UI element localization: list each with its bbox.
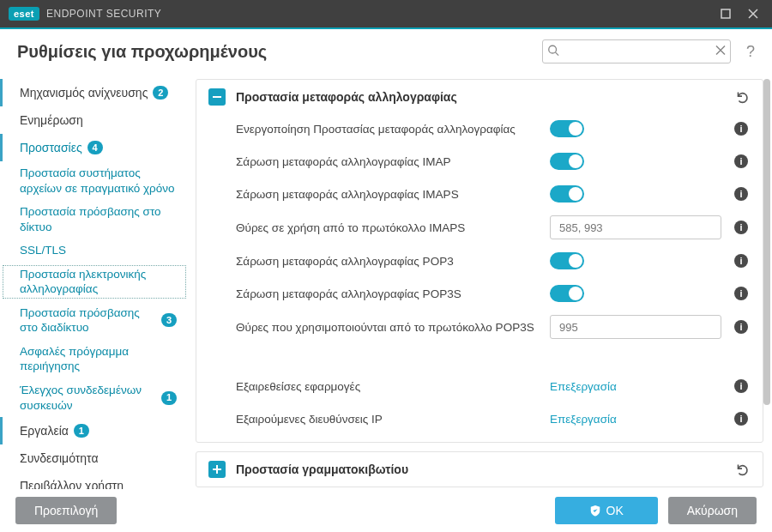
link-row-0: Εξαιρεθείσες εφαρμογέςΕπεξεργασίαi [236, 375, 751, 397]
sidebar-item-7[interactable]: Προστασία πρόσβασης στο διαδίκτυο3 [0, 301, 189, 340]
sidebar-item-label: Προστασία πρόσβασης στο διαδίκτυο [20, 305, 156, 336]
port-input[interactable] [550, 315, 721, 339]
info-icon[interactable]: i [734, 287, 748, 300]
link-row-label: Εξαιρεθείσες εφαρμογές [236, 380, 541, 393]
setting-label: Σάρωση μεταφοράς αλληλογραφίας POP3 [236, 255, 541, 268]
window-close-button[interactable] [739, 3, 767, 24]
sidebar-item-label: Εργαλεία [20, 424, 69, 438]
sidebar-item-12[interactable]: Περιβάλλον χρήστη [0, 472, 189, 489]
sidebar-item-8[interactable]: Ασφαλές πρόγραμμα περιήγησης [0, 340, 189, 378]
svg-rect-2 [213, 96, 221, 98]
setting-label: Θύρες που χρησιμοποιούνται από το πρωτόκ… [236, 321, 541, 334]
sidebar-item-5[interactable]: SSL/TLS [0, 239, 189, 263]
sidebar-item-4[interactable]: Προστασία πρόσβασης στο δίκτυο [0, 200, 189, 239]
search-input[interactable] [542, 39, 731, 63]
sidebar-item-10[interactable]: Εργαλεία1 [0, 417, 189, 444]
setting-row-3: Θύρες σε χρήση από το πρωτόκολλο IMAPSi [236, 215, 751, 239]
cancel-button[interactable]: Ακύρωση [668, 497, 757, 524]
search-clear-icon[interactable] [715, 45, 726, 58]
setting-label: Σάρωση μεταφοράς αλληλογραφίας POP3S [236, 287, 541, 300]
brand: eset ENDPOINT SECURITY [9, 7, 161, 21]
info-icon[interactable]: i [734, 379, 748, 393]
info-icon[interactable]: i [734, 221, 748, 234]
undo-icon[interactable] [733, 461, 751, 478]
window-maximize-button[interactable] [712, 3, 739, 24]
sidebar-item-label: Ενημέρωση [20, 113, 83, 127]
link-row-label: Εξαιρούμενες διευθύνσεις IP [236, 413, 541, 426]
shield-icon [589, 505, 601, 517]
sidebar-item-label: Έλεγχος συνδεδεμένων συσκευών [20, 383, 156, 413]
sidebar-item-11[interactable]: Συνδεσιμότητα [0, 444, 189, 472]
panel-title: Προστασία μεταφοράς αλληλογραφίας [236, 90, 723, 104]
edit-link[interactable]: Επεξεργασία [550, 413, 617, 426]
sidebar-item-label: Προστασία ηλεκτρονικής αλληλογραφίας [20, 267, 177, 297]
toggle-switch[interactable] [550, 120, 584, 137]
count-badge: 1 [74, 424, 89, 438]
collapse-button[interactable] [208, 88, 226, 106]
count-badge: 2 [153, 86, 168, 100]
expand-button[interactable] [208, 461, 226, 478]
ok-button-label: OK [606, 504, 624, 517]
title-bar: eset ENDPOINT SECURITY [0, 0, 772, 27]
info-icon[interactable]: i [734, 320, 748, 334]
sidebar-item-label: SSL/TLS [20, 243, 66, 258]
header: Ρυθμίσεις για προχωρημένους ? [0, 29, 772, 74]
sidebar-item-label: Προστασία συστήματος αρχείων σε πραγματι… [20, 166, 177, 196]
ok-button[interactable]: OK [555, 497, 658, 524]
sidebar: Μηχανισμός ανίχνευσης2ΕνημέρωσηΠροστασίε… [0, 74, 189, 489]
count-badge: 4 [87, 141, 103, 154]
toggle-switch[interactable] [550, 252, 584, 269]
sidebar-item-3[interactable]: Προστασία συστήματος αρχείων σε πραγματι… [0, 161, 189, 200]
info-icon[interactable]: i [734, 154, 748, 168]
sidebar-item-label: Ασφαλές πρόγραμμα περιήγησης [20, 344, 177, 374]
toggle-switch[interactable] [550, 185, 584, 203]
setting-row-2: Σάρωση μεταφοράς αλληλογραφίας IMAPSi [236, 183, 751, 205]
setting-row-1: Σάρωση μεταφοράς αλληλογραφίας IMAPi [236, 150, 751, 172]
setting-label: Ενεργοποίηση Προστασίας μεταφοράς αλληλο… [236, 123, 541, 136]
sidebar-item-label: Συνδεσιμότητα [20, 451, 99, 465]
link-row-1: Εξαιρούμενες διευθύνσεις IPΕπεξεργασίαi [236, 408, 751, 430]
brand-name: ENDPOINT SECURITY [46, 8, 161, 20]
count-badge: 3 [161, 313, 177, 327]
setting-row-0: Ενεργοποίηση Προστασίας μεταφοράς αλληλο… [236, 118, 751, 140]
help-button[interactable]: ? [741, 43, 760, 61]
count-badge: 1 [161, 391, 177, 405]
sidebar-item-9[interactable]: Έλεγχος συνδεδεμένων συσκευών1 [0, 378, 189, 417]
toggle-switch[interactable] [550, 153, 584, 170]
sidebar-item-label: Προστασία πρόσβασης στο δίκτυο [20, 204, 177, 234]
info-icon[interactable]: i [734, 254, 748, 268]
brand-badge: eset [9, 7, 39, 21]
scrollbar-thumb[interactable] [763, 79, 770, 405]
default-button[interactable]: Προεπιλογή [15, 497, 117, 524]
panel-title: Προστασία γραμματοκιβωτίου [236, 462, 723, 476]
setting-row-5: Σάρωση μεταφοράς αλληλογραφίας POP3Si [236, 282, 751, 305]
footer: Προεπιλογή OK Ακύρωση [0, 489, 772, 532]
sidebar-item-label: Περιβάλλον χρήστη [20, 479, 124, 489]
undo-icon[interactable] [733, 88, 751, 106]
panel-email-transport-protection: Προστασία μεταφοράς αλληλογραφίας Ενεργο… [196, 79, 763, 443]
edit-link[interactable]: Επεξεργασία [550, 380, 617, 393]
setting-label: Θύρες σε χρήση από το πρωτόκολλο IMAPS [236, 221, 541, 234]
svg-rect-4 [213, 469, 221, 470]
sidebar-item-6[interactable]: Προστασία ηλεκτρονικής αλληλογραφίας [0, 263, 189, 301]
info-icon[interactable]: i [734, 122, 748, 136]
collapsed-panel-0: Προστασία γραμματοκιβωτίου [196, 451, 763, 487]
page-title: Ρυθμίσεις για προχωρημένους [17, 42, 532, 62]
toggle-switch[interactable] [550, 285, 584, 302]
sidebar-item-label: Προστασίες [20, 141, 82, 154]
info-icon[interactable]: i [734, 412, 748, 426]
sidebar-item-label: Μηχανισμός ανίχνευσης [20, 86, 148, 100]
sidebar-item-1[interactable]: Ενημέρωση [0, 106, 189, 134]
port-input[interactable] [550, 215, 721, 239]
search-box [542, 39, 731, 63]
svg-rect-0 [721, 9, 730, 18]
sidebar-item-2[interactable]: Προστασίες4 [0, 134, 189, 161]
setting-row-4: Σάρωση μεταφοράς αλληλογραφίας POP3i [236, 250, 751, 272]
setting-label: Σάρωση μεταφοράς αλληλογραφίας IMAP [236, 155, 541, 168]
info-icon[interactable]: i [734, 187, 748, 201]
sidebar-item-0[interactable]: Μηχανισμός ανίχνευσης2 [0, 79, 189, 106]
main-panel: Προστασία μεταφοράς αλληλογραφίας Ενεργο… [189, 74, 772, 489]
setting-label: Σάρωση μεταφοράς αλληλογραφίας IMAPS [236, 188, 541, 201]
setting-row-6: Θύρες που χρησιμοποιούνται από το πρωτόκ… [236, 315, 751, 339]
